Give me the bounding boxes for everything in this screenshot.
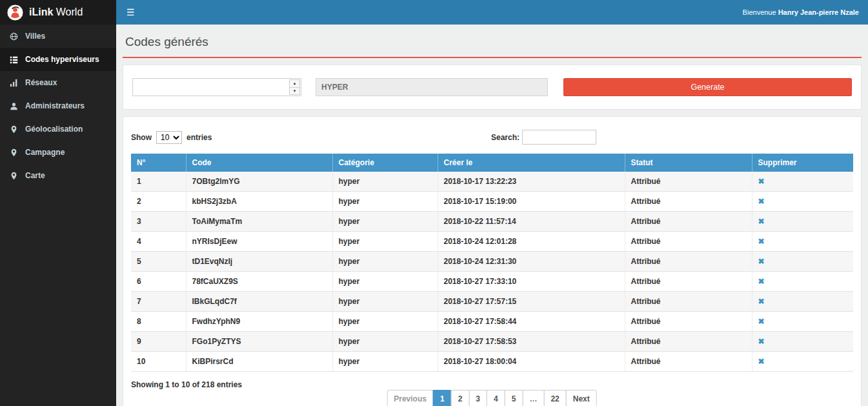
cell-num: 4 — [131, 232, 186, 252]
sidebar-item-carte[interactable]: Carte — [0, 164, 116, 187]
number-spinner: ▲ ▼ — [289, 79, 300, 95]
delete-icon[interactable]: ✖ — [758, 337, 765, 346]
delete-icon[interactable]: ✖ — [758, 237, 765, 246]
cell-status: Attribué — [625, 312, 752, 332]
cell-num: 8 — [131, 312, 186, 332]
pagination-ellipsis: … — [522, 390, 544, 406]
sidebar-item-label: Campagne — [25, 148, 65, 157]
cell-delete: ✖ — [752, 252, 853, 272]
delete-icon[interactable]: ✖ — [758, 217, 765, 226]
column-header[interactable]: Statut — [625, 154, 752, 172]
cell-created: 2018-10-24 12:01:28 — [438, 232, 625, 252]
table-controls: Show 10 entries Search: — [131, 130, 853, 145]
delete-icon[interactable]: ✖ — [758, 297, 765, 306]
cell-status: Attribué — [625, 232, 752, 252]
signal-bars-icon — [10, 79, 19, 87]
column-header[interactable]: N° — [131, 154, 186, 172]
column-header[interactable]: Code — [186, 154, 332, 172]
cell-category: hyper — [332, 272, 438, 292]
pagination-next[interactable]: Next — [566, 390, 597, 406]
delete-icon[interactable]: ✖ — [758, 197, 765, 206]
sidebar-item-campagne[interactable]: Campagne — [0, 141, 116, 164]
cell-num: 9 — [131, 332, 186, 352]
cell-status: Attribué — [625, 212, 752, 232]
column-header[interactable]: Supprimer — [752, 154, 853, 172]
generate-button[interactable]: Generate — [563, 78, 852, 96]
sidebar-menu: VillesCodes hyperviseursRéseauxAdministr… — [0, 25, 116, 406]
cell-num: 5 — [131, 252, 186, 272]
column-header[interactable]: Catégorie — [332, 154, 438, 172]
cell-category: hyper — [332, 312, 438, 332]
cell-created: 2018-10-27 18:00:04 — [438, 352, 625, 372]
table-row: 3ToAiMymaTmhyper2018-10-22 11:57:14Attri… — [131, 212, 853, 232]
code-generator-form: ▲ ▼ Generate — [123, 65, 862, 110]
code-count-input[interactable] — [133, 79, 288, 96]
cell-created: 2018-10-27 17:58:44 — [438, 312, 625, 332]
title-divider — [123, 57, 862, 58]
cell-status: Attribué — [625, 352, 752, 372]
cell-code: FwdhzYphN9 — [186, 312, 332, 332]
pagination-page-4[interactable]: 4 — [487, 390, 505, 406]
sidebar-item-label: Carte — [25, 171, 45, 180]
cell-num: 7 — [131, 292, 186, 312]
pagination-page-5[interactable]: 5 — [505, 390, 523, 406]
spinner-down-icon[interactable]: ▼ — [290, 87, 299, 95]
pagination-page-2[interactable]: 2 — [451, 390, 470, 406]
cell-created: 2018-10-24 12:31:30 — [438, 252, 625, 272]
codes-table: N°CodeCatégorieCréer leStatutSupprimer 1… — [131, 154, 853, 372]
spinner-up-icon[interactable]: ▲ — [290, 80, 299, 87]
codes-table-body: 17OBtg2lmYGhyper2018-10-17 13:22:23Attri… — [131, 172, 853, 372]
cell-category: hyper — [332, 292, 438, 312]
sidebar-item-reseaux[interactable]: Réseaux — [0, 71, 116, 94]
pagination: Previous12345…22Next — [387, 390, 597, 406]
delete-icon[interactable]: ✖ — [758, 357, 765, 366]
cell-num: 3 — [131, 212, 186, 232]
delete-icon[interactable]: ✖ — [758, 257, 765, 266]
cell-num: 1 — [131, 172, 186, 192]
cell-code: 78fCaUXZ9S — [186, 272, 332, 292]
sidebar-item-label: Villes — [25, 32, 45, 41]
cell-delete: ✖ — [752, 332, 853, 352]
delete-icon[interactable]: ✖ — [758, 177, 765, 186]
cell-status: Attribué — [625, 172, 752, 192]
cell-code: KiBPirsrCd — [186, 352, 332, 372]
pagination-page-1[interactable]: 1 — [433, 390, 452, 406]
search-input[interactable] — [522, 130, 596, 145]
pagination-page-22[interactable]: 22 — [543, 390, 566, 406]
table-row: 7IBkGLqdC7fhyper2018-10-27 17:57:15Attri… — [131, 292, 853, 312]
welcome-text: Bienvenue Hanry Jean-pierre Nzale — [743, 8, 868, 16]
sidebar-item-geolocalisation[interactable]: Géolocalisation — [0, 117, 116, 141]
cell-num: 2 — [131, 192, 186, 212]
table-footer: Showing 1 to 10 of 218 entries Previous1… — [131, 380, 853, 406]
cell-created: 2018-10-27 17:57:15 — [438, 292, 625, 312]
pagination-page-3[interactable]: 3 — [469, 390, 487, 406]
table-row: 678fCaUXZ9Shyper2018-10-27 17:33:10Attri… — [131, 272, 853, 292]
delete-icon[interactable]: ✖ — [758, 317, 765, 326]
cell-category: hyper — [332, 172, 438, 192]
menu-toggle-icon[interactable]: ☰ — [116, 0, 145, 25]
sidebar-item-administrateurs[interactable]: Administrateurs — [0, 94, 116, 117]
page-length-select[interactable]: 10 — [156, 131, 182, 144]
delete-icon[interactable]: ✖ — [758, 277, 765, 286]
app-brand[interactable]: iLink World — [0, 0, 116, 25]
map-marker-icon — [10, 172, 19, 180]
cell-status: Attribué — [625, 272, 752, 292]
sidebar-item-villes[interactable]: Villes — [0, 25, 116, 48]
pagination-previous[interactable]: Previous — [387, 390, 434, 406]
globe-icon — [10, 32, 19, 41]
sidebar-item-label: Géolocalisation — [25, 125, 83, 134]
cell-delete: ✖ — [752, 172, 853, 192]
page-length-control: Show 10 entries — [131, 131, 212, 144]
search-control: Search: — [491, 130, 596, 145]
sidebar-item-codes-hyperviseurs[interactable]: Codes hyperviseurs — [0, 48, 116, 71]
cell-delete: ✖ — [752, 292, 853, 312]
table-info: Showing 1 to 10 of 218 entries — [131, 380, 242, 406]
table-head-row: N°CodeCatégorieCréer leStatutSupprimer — [131, 154, 853, 172]
welcome-user-name: Hanry Jean-pierre Nzale — [778, 8, 859, 16]
cell-delete: ✖ — [752, 312, 853, 332]
cell-code: kbHS2j3zbA — [186, 192, 332, 212]
app-title-bold: iLink — [29, 6, 53, 17]
cell-delete: ✖ — [752, 272, 853, 292]
column-header[interactable]: Créer le — [438, 154, 625, 172]
app-title: iLink World — [29, 6, 83, 18]
